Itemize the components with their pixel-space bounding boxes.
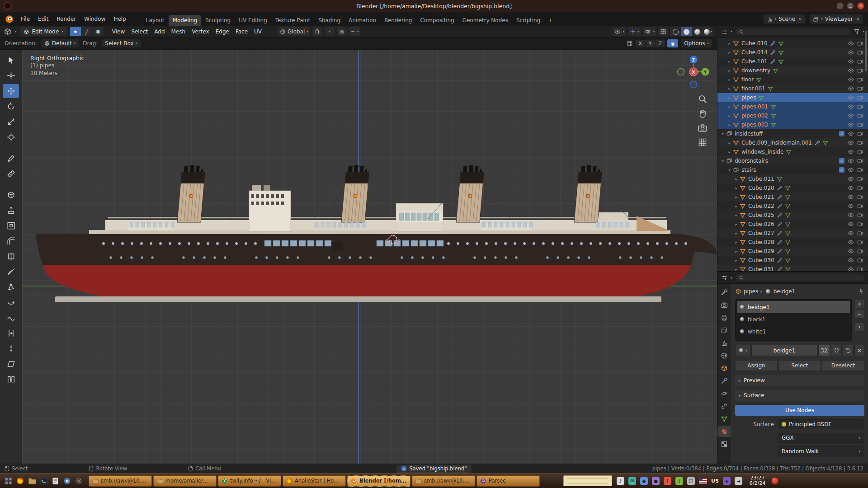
expand-arrow-icon[interactable]: ▸ [734, 240, 739, 244]
tool-move[interactable] [3, 84, 19, 98]
expand-arrow-icon[interactable]: ▸ [727, 141, 732, 145]
outliner-item-floor[interactable]: ▸floor [717, 75, 868, 84]
launcher-files-icon[interactable] [26, 475, 37, 486]
expand-arrow-icon[interactable]: ▸ [734, 204, 739, 208]
editor-type-icon[interactable] [4, 28, 12, 36]
disable-in-render-icon[interactable] [857, 194, 863, 200]
disable-in-render-icon[interactable] [857, 230, 863, 236]
outliner-item-pipes.001[interactable]: ▸pipes.001 [717, 102, 868, 111]
options-dropdown[interactable]: Options ▾ [680, 39, 712, 48]
properties-tab-modifiers[interactable] [717, 375, 731, 386]
disable-in-render-icon[interactable] [857, 40, 863, 47]
tray-chat-icon[interactable]: ✉ [628, 477, 636, 485]
disable-in-render-icon[interactable] [857, 94, 863, 101]
snap-grid-icon[interactable] [627, 40, 633, 47]
tool-smooth[interactable] [3, 311, 19, 325]
workspace-tab-shading[interactable]: Shading [314, 15, 344, 26]
expand-arrow-icon[interactable]: ▸ [734, 267, 739, 272]
disable-in-render-icon[interactable] [857, 103, 863, 110]
workspace-tab-modeling[interactable]: Modeling [169, 15, 202, 26]
outliner-item-Cube.021[interactable]: ▸Cube.021 [717, 192, 868, 202]
outliner-item-pipes[interactable]: ▸pipes [717, 93, 868, 102]
disable-in-render-icon[interactable] [857, 185, 863, 191]
expand-arrow-icon[interactable]: ▸ [727, 78, 732, 82]
scene-selector[interactable]: ▾ Scene ✕ [763, 14, 806, 24]
tray-media-icon[interactable]: ♪ [617, 477, 624, 485]
blender-logo-icon[interactable] [5, 14, 14, 24]
tool-extrude-region[interactable] [3, 203, 19, 217]
disable-in-render-icon[interactable] [857, 76, 863, 83]
surface-shader-field[interactable]: Principled BSDF [778, 419, 864, 429]
expand-arrow-icon[interactable]: ▾ [720, 159, 725, 163]
properties-tab-constraints[interactable] [717, 400, 731, 412]
workspace-tab-scripting[interactable]: Scripting [512, 15, 544, 26]
expand-arrow-icon[interactable]: ▸ [734, 186, 739, 190]
deselect-button[interactable]: Deselect [822, 360, 864, 371]
fake-user-shield-button[interactable] [831, 345, 842, 356]
disable-in-render-icon[interactable] [857, 113, 863, 119]
browse-material-button[interactable]: ▾ [735, 345, 750, 356]
surface-panel-header[interactable]: ▾Surface [735, 390, 864, 401]
expand-arrow-icon[interactable]: ▸ [727, 51, 732, 55]
distribution-dropdown[interactable]: GGX ▾ [778, 433, 864, 443]
viewport-menu-vertex[interactable]: Vertex [189, 27, 212, 36]
workspace-tab-rendering[interactable]: Rendering [380, 15, 416, 26]
transform-orientation-dropdown[interactable]: Global ▾ [278, 27, 310, 36]
taskbar-window-0[interactable]: smb://awv@10.... [89, 475, 152, 487]
vertex-select-button[interactable]: ● [70, 27, 81, 36]
taskbar-window-5[interactable]: smb://awv@10.... [412, 475, 475, 487]
outliner-item-Cube.031[interactable]: ▸Cube.031 [717, 265, 868, 271]
material-shading-button[interactable] [692, 27, 703, 36]
expand-arrow-icon[interactable]: ▾ [720, 132, 725, 136]
menu-render[interactable]: Render [52, 14, 80, 24]
disable-in-render-icon[interactable] [857, 212, 863, 218]
tool-add-cube[interactable] [3, 188, 19, 202]
workspace-tab-geometry-nodes[interactable]: Geometry Nodes [458, 15, 512, 26]
workspace-tab-texture-paint[interactable]: Texture Paint [271, 15, 314, 26]
tray-vpn-icon[interactable]: ● [652, 477, 660, 485]
show-overlays-toggle[interactable]: ▾ [643, 27, 656, 36]
launcher-terminal-icon[interactable] [38, 475, 49, 486]
outliner-item-Cube.020[interactable]: ▸Cube.020 [717, 183, 868, 192]
close-button[interactable]: ✕ [857, 2, 864, 9]
properties-editor-icon[interactable] [721, 274, 728, 281]
toggle-ortho-icon[interactable] [698, 137, 708, 147]
taskbar-window-2[interactable]: twily.info ~/ - Vi... [218, 475, 281, 487]
hide-in-viewport-icon[interactable] [848, 103, 854, 110]
clock[interactable]: 23:27 6/2/24 [750, 475, 765, 486]
disable-in-render-icon[interactable] [857, 203, 863, 209]
viewport-menu-view[interactable]: View [109, 27, 128, 36]
outliner-editor-icon[interactable] [721, 28, 728, 35]
hide-in-viewport-icon[interactable] [848, 149, 854, 155]
workspace-tab-compositing[interactable]: Compositing [416, 15, 458, 26]
disable-in-render-icon[interactable] [857, 176, 863, 182]
unlink-material-button[interactable]: ✕ [854, 345, 864, 356]
hide-in-viewport-icon[interactable] [848, 113, 854, 119]
filter-icon[interactable] [854, 28, 860, 35]
workspace-tab-sculpting[interactable]: Sculpting [201, 15, 235, 26]
disable-in-render-icon[interactable] [857, 248, 863, 254]
outliner-item-Cube.010[interactable]: ▸Cube.010 [717, 39, 868, 48]
hide-in-viewport-icon[interactable] [848, 58, 854, 65]
expand-arrow-icon[interactable]: ▸ [734, 195, 739, 199]
mirror-y-button[interactable]: Y [645, 39, 655, 47]
properties-tab-object-data[interactable] [717, 413, 731, 424]
mode-selector[interactable]: Edit Mode ▾ [20, 27, 67, 36]
workspace-tab-layout[interactable]: Layout [142, 15, 169, 26]
proportional-snap-button[interactable]: ◉ [667, 39, 678, 47]
hide-in-viewport-icon[interactable] [848, 230, 854, 236]
expand-arrow-icon[interactable]: ▸ [727, 105, 732, 109]
outliner-item-Cube.011[interactable]: ▸Cube.011 [717, 174, 868, 183]
viewport-menu-face[interactable]: Face [232, 27, 251, 36]
hide-in-viewport-icon[interactable] [848, 140, 854, 146]
disable-in-render-icon[interactable] [857, 58, 863, 65]
disable-in-render-icon[interactable] [857, 266, 863, 271]
properties-tab-output[interactable] [717, 312, 731, 323]
properties-tab-object[interactable] [717, 362, 731, 374]
disable-in-render-icon[interactable] [857, 221, 863, 227]
properties-tab-world[interactable] [717, 350, 731, 361]
hide-in-viewport-icon[interactable] [848, 122, 854, 128]
outliner-item-doorsnstairs[interactable]: ▾doorsnstairs✓ [717, 156, 868, 165]
tray-display-icon[interactable]: □ [687, 477, 695, 485]
tool-rip-region[interactable] [3, 372, 19, 386]
